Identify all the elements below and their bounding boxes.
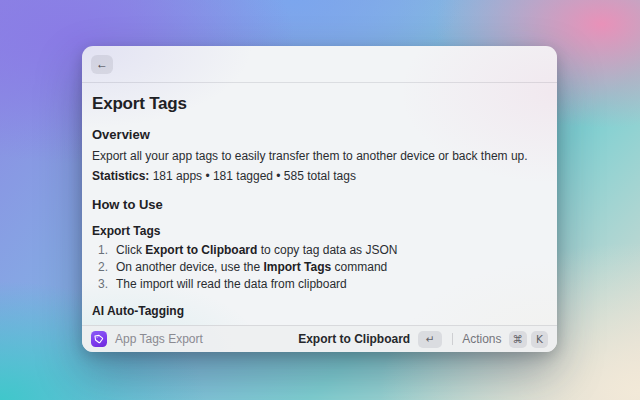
statistics-value: 181 apps • 181 tagged • 585 total tags	[149, 169, 356, 183]
overview-heading: Overview	[92, 127, 547, 142]
list-item: 3. The import will read the data from cl…	[92, 277, 547, 292]
list-text: Click Export to Clipboard to copy tag da…	[116, 243, 397, 258]
list-text: On another device, use the Import Tags c…	[116, 260, 387, 275]
detail-content: Export Tags Overview Export all your app…	[82, 83, 557, 325]
list-text: The import will read the data from clipb…	[116, 277, 347, 292]
export-steps-list: 1. Click Export to Clipboard to copy tag…	[92, 243, 547, 292]
footer-divider	[452, 333, 453, 345]
tag-icon	[91, 331, 107, 347]
ai-auto-tagging-subheading: AI Auto-Tagging	[92, 304, 547, 318]
footer-actions: Export to Clipboard ↵ Actions ⌘ K	[298, 331, 548, 348]
back-button[interactable]: ←	[91, 55, 113, 74]
overview-description: Export all your app tags to easily trans…	[92, 149, 547, 164]
list-item: 2. On another device, use the Import Tag…	[92, 260, 547, 275]
primary-action-button[interactable]: Export to Clipboard	[298, 332, 410, 346]
app-window: ← Export Tags Overview Export all your a…	[82, 46, 557, 352]
command-keycap[interactable]: ⌘	[509, 331, 528, 348]
statistics-label: Statistics:	[92, 169, 149, 183]
actions-menu-button[interactable]: Actions	[462, 332, 501, 346]
how-to-use-heading: How to Use	[92, 197, 547, 212]
return-keycap[interactable]: ↵	[418, 331, 442, 348]
k-keycap[interactable]: K	[531, 331, 548, 348]
list-item: 1. Click Export to Clipboard to copy tag…	[92, 243, 547, 258]
export-tags-subheading: Export Tags	[92, 224, 547, 238]
footer-app-name: App Tags Export	[115, 332, 203, 346]
desktop: { "window": { "header": { "back_icon": "…	[0, 0, 640, 400]
list-number: 2.	[92, 260, 116, 275]
back-arrow-icon: ←	[96, 58, 108, 70]
page-title: Export Tags	[92, 94, 547, 114]
statistics-line: Statistics: 181 apps • 181 tagged • 585 …	[92, 169, 547, 184]
list-number: 1.	[92, 243, 116, 258]
list-number: 3.	[92, 277, 116, 292]
titlebar: ←	[82, 46, 557, 83]
footer-bar: App Tags Export Export to Clipboard ↵ Ac…	[82, 325, 557, 352]
